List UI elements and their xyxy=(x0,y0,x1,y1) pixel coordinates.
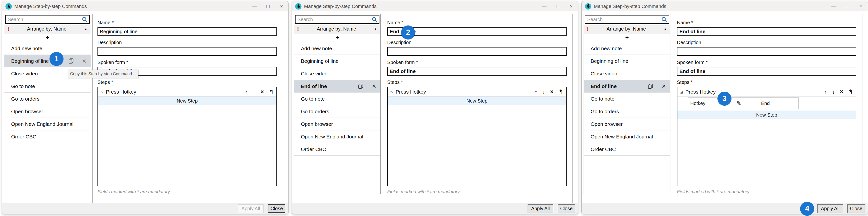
list-item[interactable]: Add new note × xyxy=(294,42,380,55)
step-row-press-hotkey[interactable]: ▷ Press Hotkey ↑ ↓ × ↰ xyxy=(388,87,566,96)
list-item[interactable]: Go to orders × xyxy=(584,105,670,118)
plus-icon: + xyxy=(625,34,629,41)
name-field[interactable] xyxy=(97,27,277,36)
new-step-button[interactable]: New Step xyxy=(98,96,276,105)
list-item[interactable]: Close video × xyxy=(294,67,380,80)
list-item-label: Open New England Journal xyxy=(591,134,653,140)
close-icon[interactable]: × xyxy=(854,1,868,11)
list-item[interactable]: End of line × xyxy=(294,80,380,93)
add-command-button[interactable]: + xyxy=(584,33,670,42)
list-item[interactable]: Open browser × xyxy=(294,118,380,130)
search-input[interactable] xyxy=(296,16,379,23)
undo-step-icon[interactable]: ↰ xyxy=(559,89,563,95)
undo-step-icon[interactable]: ↰ xyxy=(269,89,274,95)
list-item[interactable]: Beginning of line × xyxy=(294,55,380,67)
annotation-balloon-3: 3 xyxy=(717,92,732,106)
list-item[interactable]: Order CBC × xyxy=(584,143,670,156)
move-step-down-icon[interactable]: ↓ xyxy=(253,89,255,94)
close-button[interactable]: Close xyxy=(558,204,575,213)
arrange-by-header[interactable]: ! Arrange by: Name ▲ xyxy=(584,25,670,33)
list-item[interactable]: Beginning of line × xyxy=(584,55,670,67)
delete-step-icon[interactable]: × xyxy=(260,89,264,95)
list-item[interactable]: Open New England Journal × xyxy=(584,130,670,143)
delete-step-icon[interactable]: × xyxy=(840,89,843,95)
list-item[interactable]: Go to orders × xyxy=(294,105,380,118)
close-icon[interactable]: × xyxy=(564,1,578,11)
undo-step-icon[interactable]: ↰ xyxy=(848,89,853,95)
list-item[interactable]: Go to note × xyxy=(4,80,91,93)
close-icon[interactable]: × xyxy=(275,1,288,11)
delete-step-icon[interactable]: × xyxy=(550,89,553,95)
delete-command-icon[interactable]: × xyxy=(662,83,666,90)
arrange-by-header[interactable]: ! Arrange by: Name ▲ xyxy=(4,25,91,33)
close-button[interactable]: Close xyxy=(847,204,865,213)
description-field[interactable] xyxy=(97,47,277,56)
expander-expanded-icon[interactable]: ◢ xyxy=(680,90,683,94)
list-item[interactable]: Open browser × xyxy=(4,105,91,118)
list-item[interactable]: Open browser × xyxy=(584,118,670,130)
apply-all-button[interactable]: Apply All xyxy=(238,204,264,213)
description-field[interactable] xyxy=(677,47,856,56)
step-row-press-hotkey[interactable]: ▷ Press Hotkey ↑ ↓ × ↰ xyxy=(98,87,276,96)
command-list-panel: ! Arrange by: Name ▲ + Add new note xyxy=(294,14,381,194)
list-item[interactable]: Go to note × xyxy=(584,93,670,105)
copy-command-icon[interactable] xyxy=(358,83,364,89)
titlebar: Manage Step-by-step Commands — □ × xyxy=(292,1,578,11)
delete-command-icon[interactable]: × xyxy=(83,58,86,64)
list-item[interactable]: Add new note × xyxy=(584,42,670,55)
move-step-up-icon[interactable]: ↑ xyxy=(824,89,827,94)
command-editor-panel: Name * Description Spoken form * Steps *… xyxy=(382,14,573,204)
list-item[interactable]: Order CBC × xyxy=(4,130,91,143)
list-item[interactable]: Beginning of line × xyxy=(4,55,91,67)
alert-icon: ! xyxy=(587,26,589,32)
minimize-icon[interactable]: — xyxy=(537,1,551,11)
move-step-down-icon[interactable]: ↓ xyxy=(832,89,835,94)
move-step-up-icon[interactable]: ↑ xyxy=(245,89,247,94)
minimize-icon[interactable]: — xyxy=(248,1,261,11)
add-command-button[interactable]: + xyxy=(4,33,91,42)
list-item[interactable]: Close video × xyxy=(584,67,670,80)
expander-collapsed-icon[interactable]: ▷ xyxy=(101,90,103,94)
arrange-by-header[interactable]: ! Arrange by: Name ▲ xyxy=(294,25,380,33)
minimize-icon[interactable]: — xyxy=(827,1,841,11)
command-editor-panel: Name * Description Spoken form * Steps *… xyxy=(92,14,283,204)
search-icon xyxy=(371,17,378,23)
close-button[interactable]: Close xyxy=(268,204,285,213)
new-step-button[interactable]: New Step xyxy=(677,111,856,119)
apply-all-button[interactable]: Apply All xyxy=(817,204,843,213)
list-item[interactable]: Open New England Journal × xyxy=(294,130,380,143)
copy-command-icon[interactable] xyxy=(647,83,654,89)
list-item-label: Add new note xyxy=(301,45,332,52)
name-label: Name * xyxy=(387,20,567,26)
apply-all-button[interactable]: Apply All xyxy=(528,204,553,213)
spoken-form-field[interactable] xyxy=(677,67,856,75)
delete-command-icon[interactable]: × xyxy=(372,83,376,90)
mandatory-note: Fields marked with * are mandatory xyxy=(677,189,856,194)
add-command-button[interactable]: + xyxy=(294,33,380,42)
list-item[interactable]: Go to note × xyxy=(294,93,380,105)
steps-label: Steps * xyxy=(677,79,856,85)
description-field[interactable] xyxy=(387,47,567,56)
copy-command-icon[interactable] xyxy=(68,58,74,64)
dragon-logo-icon xyxy=(5,3,12,10)
maximize-icon[interactable]: □ xyxy=(551,1,564,11)
spoken-form-field[interactable] xyxy=(387,67,567,75)
name-field[interactable] xyxy=(677,27,856,36)
footer-bar: Apply All Close xyxy=(292,203,578,214)
search-input[interactable] xyxy=(585,16,669,23)
list-item[interactable]: Open New England Journal × xyxy=(4,118,91,130)
move-step-up-icon[interactable]: ↑ xyxy=(535,89,537,94)
expander-collapsed-icon[interactable]: ▷ xyxy=(391,90,393,94)
move-step-down-icon[interactable]: ↓ xyxy=(542,89,545,94)
maximize-icon[interactable]: □ xyxy=(841,1,854,11)
hotkey-step-detail-row: Hotkey ✎ End xyxy=(688,97,799,109)
list-item[interactable]: End of line × xyxy=(584,80,670,93)
step-row-press-hotkey[interactable]: ◢ Press Hotkey ↑ ↓ × ↰ xyxy=(677,87,856,96)
list-item[interactable]: Add new note × xyxy=(4,42,91,55)
maximize-icon[interactable]: □ xyxy=(261,1,275,11)
list-item[interactable]: Order CBC × xyxy=(294,143,380,156)
new-step-button[interactable]: New Step xyxy=(388,96,566,105)
hotkey-field-label: Hotkey xyxy=(688,98,719,109)
search-input[interactable] xyxy=(6,16,89,23)
list-item[interactable]: Go to orders × xyxy=(4,93,91,105)
